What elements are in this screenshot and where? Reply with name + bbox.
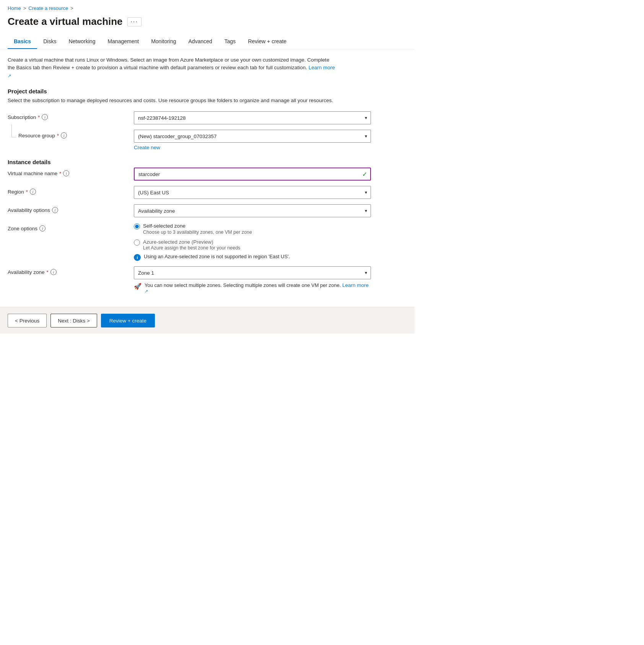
- region-label-col: Region * i: [8, 186, 134, 195]
- page-description: Create a virtual machine that runs Linux…: [8, 56, 337, 80]
- subscription-label-col: Subscription * i: [8, 111, 134, 120]
- availability-zone-control: Zone 1 ▾ 🚀 You can now select multiple z…: [134, 266, 371, 294]
- region-required: *: [26, 189, 28, 195]
- vm-name-row: Virtual machine name * i ✓: [8, 168, 407, 181]
- previous-button[interactable]: < Previous: [8, 314, 47, 327]
- zone-options-info-icon[interactable]: i: [39, 225, 46, 231]
- tab-monitoring[interactable]: Monitoring: [145, 34, 182, 49]
- subscription-select[interactable]: nsf-2238744-192128: [134, 111, 371, 124]
- availability-zone-external-icon: ↗: [145, 289, 148, 293]
- tab-review-create[interactable]: Review + create: [242, 34, 293, 49]
- resource-group-block: Resource group * i (New) starcoder_group…: [8, 130, 407, 150]
- vm-name-label: Virtual machine name: [8, 171, 57, 176]
- vm-name-required: *: [59, 171, 61, 176]
- availability-zone-required: *: [47, 269, 49, 275]
- subscription-label: Subscription: [8, 114, 36, 120]
- region-control: (US) East US ▾: [134, 186, 371, 199]
- zone-option-self-selected-label: Self-selected zone Choose up to 3 availa…: [143, 223, 252, 235]
- availability-options-select-wrapper: Availability zone ▾: [134, 204, 371, 217]
- zone-option-azure-selected-radio[interactable]: [134, 239, 140, 246]
- zone-options-notice-text: Using an Azure-selected zone is not supp…: [144, 254, 290, 259]
- zone-options-radio-group: Self-selected zone Choose up to 3 availa…: [134, 223, 371, 251]
- availability-zone-info-icon[interactable]: i: [50, 269, 57, 275]
- vm-name-valid-icon: ✓: [362, 171, 367, 178]
- resource-group-control: (New) starcoder_group_07032357 ▾ Create …: [134, 130, 371, 150]
- availability-options-label: Availability options: [8, 207, 50, 213]
- availability-zone-notice-text: You can now select multiple zones. Selec…: [145, 282, 371, 294]
- ellipsis-button[interactable]: ···: [127, 17, 141, 26]
- region-select[interactable]: (US) East US: [134, 186, 371, 199]
- vm-name-label-col: Virtual machine name * i: [8, 168, 134, 176]
- subscription-row: Subscription * i nsf-2238744-192128 ▾: [8, 111, 407, 124]
- tabs-bar: Basics Disks Networking Management Monit…: [0, 34, 415, 49]
- next-button[interactable]: Next : Disks >: [50, 314, 97, 327]
- availability-options-row: Availability options i Availability zone…: [8, 204, 407, 217]
- zone-options-control: Self-selected zone Choose up to 3 availa…: [134, 223, 371, 261]
- breadcrumb-sep1: >: [23, 5, 26, 11]
- availability-zone-label-col: Availability zone * i: [8, 266, 134, 275]
- vm-name-info-icon[interactable]: i: [63, 170, 69, 176]
- subscription-required: *: [38, 114, 40, 120]
- region-label: Region: [8, 189, 24, 195]
- availability-zone-row: Availability zone * i Zone 1 ▾ 🚀 You can…: [8, 266, 407, 294]
- zone-options-row: Zone options i Self-selected zone Choose…: [8, 223, 407, 261]
- page-title-row: Create a virtual machine ···: [0, 14, 415, 34]
- availability-zone-notice: 🚀 You can now select multiple zones. Sel…: [134, 282, 371, 294]
- rocket-icon: 🚀: [134, 283, 141, 290]
- zone-options-notice: i Using an Azure-selected zone is not su…: [134, 254, 371, 261]
- tab-advanced[interactable]: Advanced: [182, 34, 218, 49]
- tab-networking[interactable]: Networking: [62, 34, 101, 49]
- resource-group-info-icon[interactable]: i: [61, 132, 67, 138]
- instance-details-title: Instance details: [8, 159, 407, 165]
- page-title: Create a virtual machine: [8, 16, 123, 28]
- resource-group-label-area: Resource group * i: [8, 130, 134, 150]
- zone-options-label-col: Zone options i: [8, 223, 134, 231]
- create-new-link[interactable]: Create new: [134, 145, 160, 150]
- vm-name-input-wrapper: ✓: [134, 168, 371, 181]
- zone-options-label: Zone options: [8, 226, 37, 231]
- info-circle-icon: i: [134, 254, 141, 261]
- region-row: Region * i (US) East US ▾: [8, 186, 407, 199]
- zone-option-azure-selected-label: Azure-selected zone (Preview) Let Azure …: [143, 239, 240, 251]
- resource-group-select[interactable]: (New) starcoder_group_07032357: [134, 130, 371, 143]
- subscription-control: nsf-2238744-192128 ▾: [134, 111, 371, 124]
- external-link-icon: ↗: [8, 73, 11, 78]
- resource-group-select-wrapper: (New) starcoder_group_07032357 ▾: [134, 130, 371, 143]
- zone-option-self-selected-radio[interactable]: [134, 223, 140, 230]
- review-create-button[interactable]: Review + create: [101, 314, 155, 327]
- subscription-select-wrapper: nsf-2238744-192128 ▾: [134, 111, 371, 124]
- tab-management[interactable]: Management: [101, 34, 145, 49]
- availability-options-select[interactable]: Availability zone: [134, 204, 371, 217]
- tab-tags[interactable]: Tags: [218, 34, 242, 49]
- zone-option-azure-selected: Azure-selected zone (Preview) Let Azure …: [134, 239, 371, 251]
- subscription-info-icon[interactable]: i: [42, 114, 48, 120]
- zone-option-self-selected: Self-selected zone Choose up to 3 availa…: [134, 223, 371, 235]
- availability-zone-select[interactable]: Zone 1: [134, 266, 371, 279]
- tab-basics[interactable]: Basics: [8, 34, 37, 49]
- breadcrumb: Home > Create a resource >: [0, 0, 415, 14]
- region-select-wrapper: (US) East US ▾: [134, 186, 371, 199]
- tab-disks[interactable]: Disks: [37, 34, 62, 49]
- availability-options-info-icon[interactable]: i: [52, 207, 58, 213]
- breadcrumb-create-resource[interactable]: Create a resource: [28, 5, 68, 11]
- region-info-icon[interactable]: i: [30, 189, 36, 195]
- resource-group-required: *: [57, 133, 59, 138]
- vm-name-control: ✓: [134, 168, 371, 181]
- availability-options-label-col: Availability options i: [8, 204, 134, 213]
- project-details-title: Project details: [8, 88, 407, 94]
- breadcrumb-sep2: >: [70, 5, 73, 11]
- availability-zone-select-wrapper: Zone 1 ▾: [134, 266, 371, 279]
- availability-zone-label: Availability zone: [8, 269, 45, 275]
- breadcrumb-home[interactable]: Home: [8, 5, 21, 11]
- vm-name-input[interactable]: [134, 168, 371, 181]
- availability-options-control: Availability zone ▾: [134, 204, 371, 217]
- project-details-desc: Select the subscription to manage deploy…: [8, 97, 337, 104]
- resource-group-label: Resource group: [18, 133, 55, 138]
- main-content: Create a virtual machine that runs Linux…: [0, 49, 415, 307]
- footer: < Previous Next : Disks > Review + creat…: [0, 307, 415, 334]
- resource-group-label-col: Resource group * i: [18, 130, 67, 138]
